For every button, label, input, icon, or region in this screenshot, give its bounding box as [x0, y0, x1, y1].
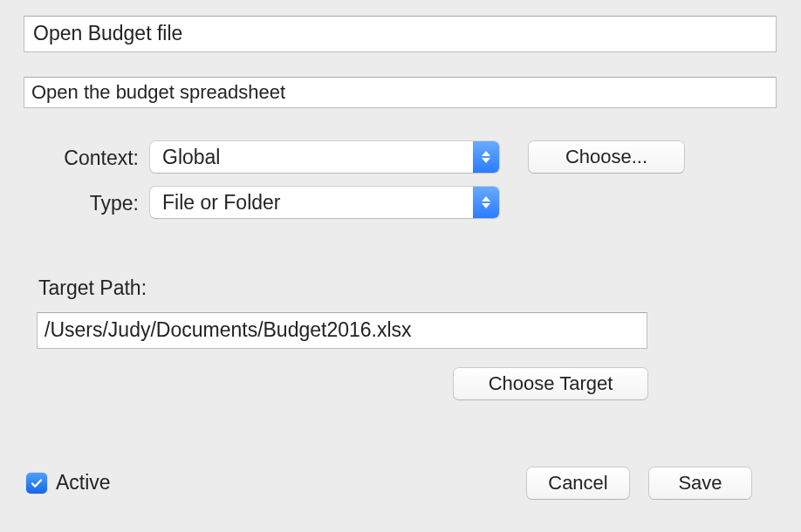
type-select[interactable]: File or Folder	[150, 187, 499, 218]
updown-icon	[473, 187, 499, 218]
checkbox-checked-icon	[26, 473, 47, 494]
context-label: Context:	[64, 147, 139, 170]
target-path-label: Target Path:	[38, 276, 147, 300]
description-input[interactable]: Open the budget spreadsheet	[24, 77, 777, 108]
active-checkbox-label: Active	[56, 471, 111, 494]
type-label: Type:	[90, 192, 139, 215]
context-select-value: Global	[150, 146, 473, 169]
save-button[interactable]: Save	[649, 467, 751, 499]
context-select[interactable]: Global	[150, 141, 499, 173]
choose-context-button[interactable]: Choose...	[529, 141, 684, 173]
type-select-value: File or Folder	[150, 191, 473, 215]
cancel-button[interactable]: Cancel	[527, 467, 629, 499]
choose-target-button[interactable]: Choose Target	[454, 368, 647, 399]
updown-icon	[473, 141, 499, 173]
name-input[interactable]: Open Budget file	[24, 16, 777, 52]
active-checkbox-row[interactable]: Active	[26, 471, 111, 494]
target-path-input[interactable]: /Users/Judy/Documents/Budget2016.xlsx	[37, 312, 647, 349]
